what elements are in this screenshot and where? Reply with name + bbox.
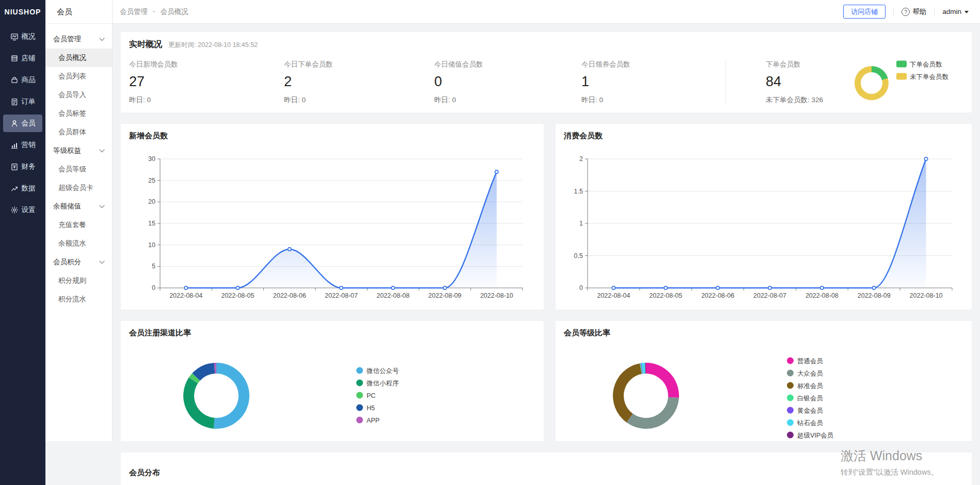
nav-item-财务[interactable]: 财务: [3, 158, 42, 175]
visit-shop-button[interactable]: 访问店铺: [843, 5, 886, 19]
menu-group-会员积分[interactable]: 会员积分: [45, 253, 112, 271]
nav-item-label: 商品: [22, 75, 36, 85]
legend-label[interactable]: 大众会员: [797, 370, 824, 377]
menu-item-积分规则[interactable]: 积分规则: [45, 271, 112, 290]
nav-item-会员[interactable]: 会员: [3, 115, 42, 132]
svg-text:1.5: 1.5: [574, 188, 583, 195]
menu-group-会员管理[interactable]: 会员管理: [45, 30, 112, 48]
nav-item-订单[interactable]: 订单: [3, 93, 42, 110]
legend-label[interactable]: 未下单会员数: [910, 73, 949, 80]
legend-marker[interactable]: [787, 395, 794, 401]
new-members-line-chart[interactable]: 0510152025302022-08-042022-08-052022-08-…: [121, 148, 544, 302]
nav-item-概况[interactable]: 概况: [3, 28, 42, 45]
nav-item-营销[interactable]: 营销: [3, 136, 42, 154]
pie-slice-微信小程序[interactable]: [183, 377, 215, 429]
legend-label[interactable]: 微信小程序: [366, 380, 399, 387]
help-link[interactable]: ? 帮助: [902, 7, 926, 17]
legend-label[interactable]: 微信公众号: [366, 367, 399, 375]
menu-item-会员导入[interactable]: 会员导入: [45, 86, 112, 104]
stat-value: 27: [129, 74, 268, 90]
menu-item-会员概况[interactable]: 会员概况: [45, 48, 112, 67]
legend-marker[interactable]: [356, 405, 363, 411]
menu-item-会员等级[interactable]: 会员等级: [45, 160, 112, 179]
pie-slice-标准会员[interactable]: [613, 363, 642, 423]
legend-marker[interactable]: [356, 392, 363, 399]
legend-label[interactable]: 普通会员: [797, 358, 824, 365]
data-point: [716, 286, 719, 289]
legend-marker[interactable]: [787, 432, 794, 439]
member-level-pie-chart[interactable]: 普通会员大众会员标准会员白银会员黄金会员钻石会员超级VIP会员: [556, 342, 972, 441]
series-line: [186, 172, 497, 288]
register-channel-pie-chart[interactable]: 微信公众号微信小程序PCH5APP: [121, 342, 544, 441]
legend-label[interactable]: 超级VIP会员: [797, 432, 834, 439]
legend-marker[interactable]: [896, 73, 907, 80]
consume-members-chart-title: 消费会员数: [564, 131, 603, 141]
menu-item-会员群体[interactable]: 会员群体: [45, 123, 112, 141]
user-menu[interactable]: admin: [942, 8, 969, 15]
legend-marker[interactable]: [896, 61, 907, 68]
goods-icon: [10, 76, 19, 84]
menu-group-等级权益[interactable]: 等级权益: [45, 141, 112, 160]
legend-label[interactable]: 标准会员: [797, 382, 824, 390]
order-donut-chart[interactable]: 下单会员数未下单会员数: [836, 57, 980, 110]
svg-text:2022-08-07: 2022-08-07: [325, 292, 358, 299]
legend-marker[interactable]: [787, 358, 794, 364]
stat-sub: 昨日: 0: [434, 95, 574, 105]
data-point: [495, 170, 498, 173]
menu-item-积分流水[interactable]: 积分流水: [45, 290, 112, 309]
consume-members-line-chart[interactable]: 00.511.522022-08-042022-08-052022-08-062…: [556, 148, 972, 302]
menu-item-超级会员卡[interactable]: 超级会员卡: [45, 179, 112, 197]
svg-text:2022-08-08: 2022-08-08: [376, 292, 409, 299]
nav-item-设置[interactable]: 设置: [3, 201, 42, 219]
svg-text:2022-08-05: 2022-08-05: [649, 292, 682, 299]
legend-label[interactable]: 白银会员: [797, 395, 824, 402]
data-point: [612, 286, 615, 289]
help-label: 帮助: [912, 7, 926, 17]
order-icon: [10, 98, 19, 106]
pie-slice-大众会员[interactable]: [626, 397, 678, 429]
data-point: [664, 286, 667, 289]
legend-marker[interactable]: [787, 382, 794, 389]
breadcrumb-parent[interactable]: 会员管理: [120, 7, 148, 17]
nav-item-label: 概况: [22, 32, 36, 41]
nav-item-label: 财务: [22, 162, 36, 171]
legend-marker[interactable]: [787, 370, 794, 377]
overview-icon: [10, 33, 19, 41]
legend-label[interactable]: H5: [367, 405, 375, 412]
secondary-menu: 会员管理会员概况会员列表会员导入会员标签会员群体等级权益会员等级超级会员卡余额储…: [45, 24, 112, 309]
topbar-divider: [893, 8, 894, 15]
pie-slice-下单会员数[interactable]: [872, 66, 888, 80]
topbar-actions: 访问店铺 ? 帮助 admin: [843, 5, 969, 19]
main-content: 实时概况 更新时间: 2022-08-10 18:45:52 今日新增会员数27…: [113, 24, 980, 485]
menu-item-余额流水[interactable]: 余额流水: [45, 234, 112, 253]
data-point: [340, 286, 343, 289]
legend-label[interactable]: APP: [367, 417, 380, 424]
line-chart-svg: 00.511.522022-08-042022-08-052022-08-062…: [556, 148, 972, 302]
legend-marker[interactable]: [356, 380, 363, 386]
stat-label: 今日新增会员数: [129, 60, 268, 69]
new-members-panel: 新增会员数 0510152025302022-08-042022-08-0520…: [121, 124, 544, 310]
breadcrumb-current: 会员概况: [161, 7, 188, 17]
legend-marker[interactable]: [356, 417, 363, 424]
data-point: [236, 286, 239, 289]
legend-label[interactable]: 钻石会员: [797, 419, 824, 427]
stat-今日领券会员数: 今日领券会员数1昨日: 0: [581, 60, 721, 105]
nav-item-店铺[interactable]: 店铺: [3, 50, 42, 67]
legend-marker[interactable]: [787, 419, 794, 426]
nav-item-商品[interactable]: 商品: [3, 71, 42, 89]
pie-slice-普通会员[interactable]: [646, 363, 679, 398]
primary-nav-items: 概况店铺商品订单会员营销财务数据设置: [0, 28, 45, 219]
legend-label[interactable]: 下单会员数: [910, 61, 942, 68]
pie-slice-微信公众号[interactable]: [214, 363, 249, 429]
legend-label[interactable]: 黄金会员: [797, 407, 824, 414]
menu-group-余额储值[interactable]: 余额储值: [45, 197, 112, 216]
menu-item-充值套餐[interactable]: 充值套餐: [45, 216, 112, 234]
menu-item-会员列表[interactable]: 会员列表: [45, 67, 112, 86]
nav-item-数据[interactable]: 数据: [3, 180, 42, 197]
legend-marker[interactable]: [787, 407, 794, 414]
legend-marker[interactable]: [356, 367, 363, 374]
data-point: [288, 248, 291, 251]
menu-item-会员标签[interactable]: 会员标签: [45, 104, 112, 123]
data-point: [768, 286, 771, 289]
legend-label[interactable]: PC: [367, 392, 375, 399]
